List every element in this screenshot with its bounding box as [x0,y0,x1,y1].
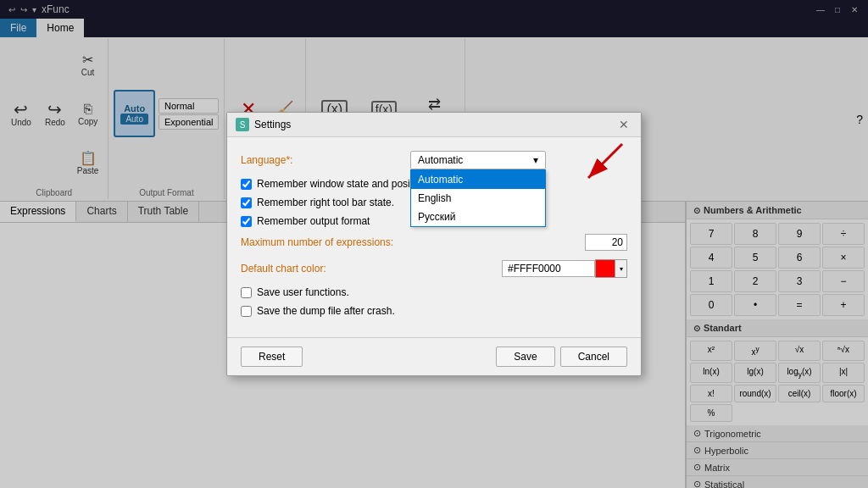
save-dump-label[interactable]: Save the dump file after crash. [257,305,395,317]
chart-color-row: Default chart color: ▾ [241,259,627,278]
language-row: Language*: Automatic ▾ Automatic English… [241,151,627,169]
language-option-automatic[interactable]: Automatic [411,170,545,189]
dialog-body: Language*: Automatic ▾ Automatic English… [227,137,641,337]
language-option-russian[interactable]: Русский [411,208,545,226]
dropdown-arrow-icon: ▾ [533,154,538,166]
chart-color-label: Default chart color: [241,263,502,274]
language-dropdown-menu: Automatic English Русский [410,169,546,227]
max-expressions-label: Maximum number of expressions: [241,236,585,248]
language-option-english[interactable]: English [411,189,545,208]
dialog-close-button[interactable]: ✕ [615,118,632,131]
color-swatch[interactable] [595,259,615,278]
dialog-title-text: Settings [254,119,291,130]
dialog-icon: S [236,118,249,131]
cancel-button[interactable]: Cancel [560,347,627,367]
color-dropdown-button[interactable]: ▾ [615,259,627,278]
color-hex-input[interactable] [502,260,595,277]
footer-spacer: Reset [241,347,491,367]
language-dropdown[interactable]: Automatic ▾ Automatic English Русский [410,151,546,169]
dialog-title-bar: S Settings ✕ [227,113,641,137]
remember-toolbar-label[interactable]: Remember right tool bar state. [257,197,394,208]
save-dump-checkbox[interactable] [241,306,252,317]
remember-toolbar-checkbox[interactable] [241,197,252,208]
remember-window-checkbox[interactable] [241,179,252,190]
language-dropdown-button[interactable]: Automatic ▾ [410,151,546,169]
max-expressions-input[interactable] [585,234,627,251]
remember-output-label[interactable]: Remember output format [257,215,370,227]
settings-dialog: S Settings ✕ Language*: Automatic ▾ Auto… [226,112,642,376]
save-functions-checkbox[interactable] [241,287,252,298]
reset-button[interactable]: Reset [241,347,303,367]
save-functions-label[interactable]: Save user functions. [257,286,349,298]
language-selected-text: Automatic [418,154,463,166]
language-label: Language*: [241,154,410,166]
dialog-overlay: S Settings ✕ Language*: Automatic ▾ Auto… [0,0,868,488]
max-expressions-row: Maximum number of expressions: [241,234,627,251]
dialog-footer: Reset Save Cancel [227,337,641,375]
checkbox-save-functions: Save user functions. [241,286,627,298]
color-picker: ▾ [502,259,627,278]
checkbox-save-dump: Save the dump file after crash. [241,305,627,317]
dialog-title-left: S Settings [236,118,291,131]
save-button[interactable]: Save [496,347,554,367]
remember-output-checkbox[interactable] [241,216,252,227]
remember-window-label[interactable]: Remember window state and position. [257,178,429,190]
